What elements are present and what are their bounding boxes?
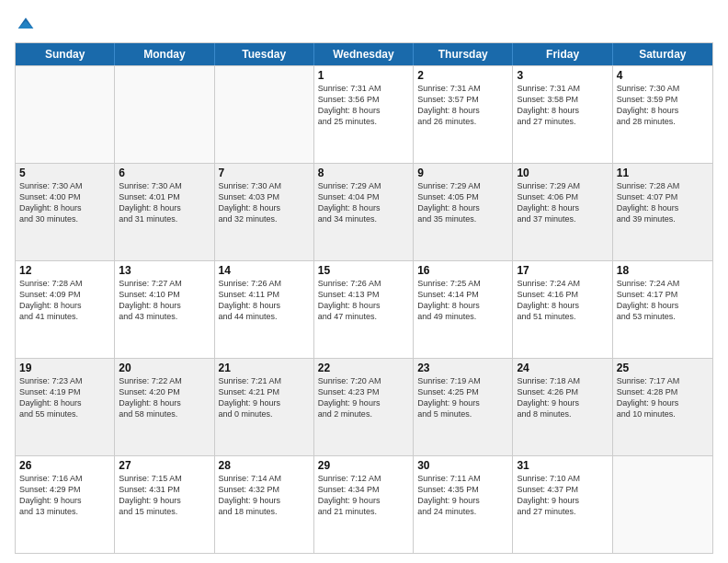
cell-text: Sunrise: 7:30 AM Sunset: 4:01 PM Dayligh… xyxy=(119,180,210,225)
cal-cell: 20Sunrise: 7:22 AM Sunset: 4:20 PM Dayli… xyxy=(115,359,214,455)
cell-text: Sunrise: 7:29 AM Sunset: 4:04 PM Dayligh… xyxy=(318,180,409,225)
header-day-tuesday: Tuesday xyxy=(215,43,314,65)
logo-icon xyxy=(17,15,35,33)
cell-text: Sunrise: 7:18 AM Sunset: 4:26 PM Dayligh… xyxy=(517,375,608,420)
header-day-monday: Monday xyxy=(115,43,214,65)
cell-text: Sunrise: 7:12 AM Sunset: 4:34 PM Dayligh… xyxy=(318,473,409,518)
cell-text: Sunrise: 7:19 AM Sunset: 4:25 PM Dayligh… xyxy=(417,375,508,420)
cal-cell: 30Sunrise: 7:11 AM Sunset: 4:35 PM Dayli… xyxy=(414,456,513,553)
cal-cell xyxy=(115,66,214,163)
cell-text: Sunrise: 7:31 AM Sunset: 3:57 PM Dayligh… xyxy=(417,83,508,128)
cal-cell: 21Sunrise: 7:21 AM Sunset: 4:21 PM Dayli… xyxy=(215,359,314,455)
header-day-sunday: Sunday xyxy=(16,43,115,65)
cal-cell xyxy=(215,66,314,163)
cal-cell: 13Sunrise: 7:27 AM Sunset: 4:10 PM Dayli… xyxy=(115,261,214,358)
cal-cell: 10Sunrise: 7:29 AM Sunset: 4:06 PM Dayli… xyxy=(513,164,612,260)
cal-cell: 6Sunrise: 7:30 AM Sunset: 4:01 PM Daylig… xyxy=(115,164,214,260)
cell-text: Sunrise: 7:29 AM Sunset: 4:06 PM Dayligh… xyxy=(517,180,608,225)
page: SundayMondayTuesdayWednesdayThursdayFrid… xyxy=(0,0,728,563)
cal-cell: 22Sunrise: 7:20 AM Sunset: 4:23 PM Dayli… xyxy=(314,359,414,455)
cell-text: Sunrise: 7:28 AM Sunset: 4:09 PM Dayligh… xyxy=(19,278,110,323)
cell-text: Sunrise: 7:15 AM Sunset: 4:31 PM Dayligh… xyxy=(119,473,210,518)
header-day-thursday: Thursday xyxy=(414,43,513,65)
cell-text: Sunrise: 7:11 AM Sunset: 4:35 PM Dayligh… xyxy=(417,473,508,518)
header-day-saturday: Saturday xyxy=(613,43,712,65)
cell-text: Sunrise: 7:30 AM Sunset: 4:03 PM Dayligh… xyxy=(219,180,310,225)
cell-text: Sunrise: 7:20 AM Sunset: 4:23 PM Dayligh… xyxy=(318,375,409,420)
cal-cell: 5Sunrise: 7:30 AM Sunset: 4:00 PM Daylig… xyxy=(16,164,115,260)
day-number: 27 xyxy=(119,459,210,472)
day-number: 5 xyxy=(19,167,110,179)
header-day-wednesday: Wednesday xyxy=(314,43,414,65)
logo xyxy=(15,15,35,33)
day-number: 3 xyxy=(517,69,608,82)
day-number: 22 xyxy=(318,362,409,374)
day-number: 17 xyxy=(517,264,608,277)
day-number: 15 xyxy=(318,264,409,277)
day-number: 8 xyxy=(318,167,409,179)
calendar-row-3: 19Sunrise: 7:23 AM Sunset: 4:19 PM Dayli… xyxy=(16,358,712,455)
cal-cell: 29Sunrise: 7:12 AM Sunset: 4:34 PM Dayli… xyxy=(314,456,414,553)
calendar-header: SundayMondayTuesdayWednesdayThursdayFrid… xyxy=(16,43,712,65)
cell-text: Sunrise: 7:14 AM Sunset: 4:32 PM Dayligh… xyxy=(219,473,310,518)
cal-cell: 28Sunrise: 7:14 AM Sunset: 4:32 PM Dayli… xyxy=(215,456,314,553)
cell-text: Sunrise: 7:29 AM Sunset: 4:05 PM Dayligh… xyxy=(417,180,508,225)
day-number: 26 xyxy=(19,459,110,472)
cell-text: Sunrise: 7:24 AM Sunset: 4:17 PM Dayligh… xyxy=(617,278,709,323)
header-day-friday: Friday xyxy=(513,43,612,65)
header xyxy=(15,15,713,33)
cal-cell: 12Sunrise: 7:28 AM Sunset: 4:09 PM Dayli… xyxy=(16,261,115,358)
day-number: 18 xyxy=(617,264,709,277)
day-number: 4 xyxy=(617,69,709,82)
day-number: 30 xyxy=(417,459,508,472)
day-number: 24 xyxy=(517,362,608,374)
cell-text: Sunrise: 7:28 AM Sunset: 4:07 PM Dayligh… xyxy=(617,180,709,225)
day-number: 14 xyxy=(219,264,310,277)
cell-text: Sunrise: 7:26 AM Sunset: 4:13 PM Dayligh… xyxy=(318,278,409,323)
cal-cell: 17Sunrise: 7:24 AM Sunset: 4:16 PM Dayli… xyxy=(513,261,612,358)
cell-text: Sunrise: 7:26 AM Sunset: 4:11 PM Dayligh… xyxy=(219,278,310,323)
cell-text: Sunrise: 7:25 AM Sunset: 4:14 PM Dayligh… xyxy=(417,278,508,323)
day-number: 21 xyxy=(219,362,310,374)
day-number: 25 xyxy=(617,362,709,374)
day-number: 11 xyxy=(617,167,709,179)
cell-text: Sunrise: 7:31 AM Sunset: 3:56 PM Dayligh… xyxy=(318,83,409,128)
cal-cell: 1Sunrise: 7:31 AM Sunset: 3:56 PM Daylig… xyxy=(314,66,414,163)
calendar-row-1: 5Sunrise: 7:30 AM Sunset: 4:00 PM Daylig… xyxy=(16,163,712,260)
day-number: 12 xyxy=(19,264,110,277)
cell-text: Sunrise: 7:22 AM Sunset: 4:20 PM Dayligh… xyxy=(119,375,210,420)
cell-text: Sunrise: 7:31 AM Sunset: 3:58 PM Dayligh… xyxy=(517,83,608,128)
day-number: 20 xyxy=(119,362,210,374)
day-number: 16 xyxy=(417,264,508,277)
calendar-row-4: 26Sunrise: 7:16 AM Sunset: 4:29 PM Dayli… xyxy=(16,455,712,553)
cal-cell: 31Sunrise: 7:10 AM Sunset: 4:37 PM Dayli… xyxy=(513,456,612,553)
cal-cell: 16Sunrise: 7:25 AM Sunset: 4:14 PM Dayli… xyxy=(414,261,513,358)
cell-text: Sunrise: 7:21 AM Sunset: 4:21 PM Dayligh… xyxy=(219,375,310,420)
cell-text: Sunrise: 7:10 AM Sunset: 4:37 PM Dayligh… xyxy=(517,473,608,518)
day-number: 2 xyxy=(417,69,508,82)
svg-marker-1 xyxy=(18,21,34,29)
cal-cell: 24Sunrise: 7:18 AM Sunset: 4:26 PM Dayli… xyxy=(513,359,612,455)
cell-text: Sunrise: 7:24 AM Sunset: 4:16 PM Dayligh… xyxy=(517,278,608,323)
cal-cell: 15Sunrise: 7:26 AM Sunset: 4:13 PM Dayli… xyxy=(314,261,414,358)
cal-cell: 8Sunrise: 7:29 AM Sunset: 4:04 PM Daylig… xyxy=(314,164,414,260)
day-number: 28 xyxy=(219,459,310,472)
calendar: SundayMondayTuesdayWednesdayThursdayFrid… xyxy=(15,42,713,554)
day-number: 23 xyxy=(417,362,508,374)
calendar-body: 1Sunrise: 7:31 AM Sunset: 3:56 PM Daylig… xyxy=(16,65,712,553)
cal-cell: 27Sunrise: 7:15 AM Sunset: 4:31 PM Dayli… xyxy=(115,456,214,553)
cal-cell: 26Sunrise: 7:16 AM Sunset: 4:29 PM Dayli… xyxy=(16,456,115,553)
day-number: 7 xyxy=(219,167,310,179)
cal-cell: 9Sunrise: 7:29 AM Sunset: 4:05 PM Daylig… xyxy=(414,164,513,260)
cell-text: Sunrise: 7:27 AM Sunset: 4:10 PM Dayligh… xyxy=(119,278,210,323)
day-number: 10 xyxy=(517,167,608,179)
cell-text: Sunrise: 7:17 AM Sunset: 4:28 PM Dayligh… xyxy=(617,375,709,420)
day-number: 1 xyxy=(318,69,409,82)
cell-text: Sunrise: 7:30 AM Sunset: 4:00 PM Dayligh… xyxy=(19,180,110,225)
cal-cell: 11Sunrise: 7:28 AM Sunset: 4:07 PM Dayli… xyxy=(613,164,712,260)
cal-cell xyxy=(16,66,115,163)
cell-text: Sunrise: 7:16 AM Sunset: 4:29 PM Dayligh… xyxy=(19,473,110,518)
calendar-row-2: 12Sunrise: 7:28 AM Sunset: 4:09 PM Dayli… xyxy=(16,260,712,358)
day-number: 31 xyxy=(517,459,608,472)
cal-cell: 2Sunrise: 7:31 AM Sunset: 3:57 PM Daylig… xyxy=(414,66,513,163)
